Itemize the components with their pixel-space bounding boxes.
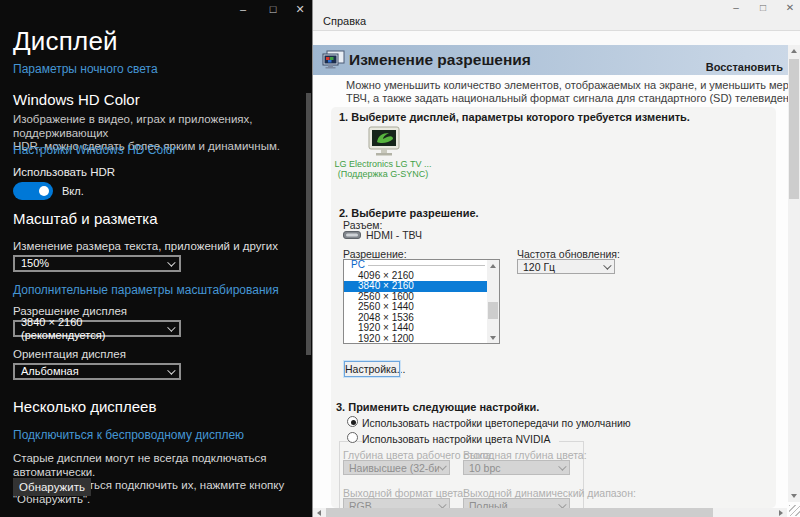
refresh-rate-select[interactable]: 120 Гц bbox=[517, 259, 615, 274]
chevron-down-icon bbox=[439, 462, 447, 470]
settings-window: – □ ✕ Дисплей Параметры ночного света Wi… bbox=[0, 0, 312, 517]
chevron-down-icon bbox=[167, 366, 175, 374]
output-depth-select: 10 bpc bbox=[463, 460, 570, 475]
minimize-icon[interactable]: – bbox=[232, 1, 254, 17]
toolbar-strip bbox=[313, 31, 800, 45]
step3-heading: 3. Применить следующие настройки. bbox=[336, 401, 539, 413]
scroll-left-icon[interactable] bbox=[313, 508, 325, 517]
minimize-icon[interactable]: – bbox=[726, 0, 746, 15]
step1-heading: 1. Выберите дисплей, параметры которого … bbox=[339, 111, 690, 123]
restore-button[interactable]: Восстановить bbox=[706, 61, 783, 73]
output-depth-value: 10 bpc bbox=[469, 462, 501, 474]
display-resolution-value: 3840 × 2160 (рекомендуется) bbox=[21, 316, 167, 342]
hd-color-desc-line1: Изображение в видео, играх и приложениях… bbox=[13, 113, 312, 140]
wireless-display-link[interactable]: Подключиться к беспроводному дисплею bbox=[13, 428, 244, 442]
page-header-band: Изменение разрешения Восстановить bbox=[313, 45, 789, 75]
hd-color-settings-link[interactable]: Настройки Windows HD Color bbox=[13, 143, 177, 157]
radio-default-color-label: Использовать настройки цветопередачи по … bbox=[362, 417, 631, 429]
menu-help[interactable]: Справка bbox=[319, 13, 370, 29]
chevron-down-icon bbox=[603, 261, 611, 269]
orientation-label: Ориентация дисплея bbox=[13, 348, 126, 360]
scaling-select[interactable]: 150% bbox=[13, 255, 181, 272]
hdr-toggle-state: Вкл. bbox=[62, 185, 84, 197]
resolution-option[interactable]: 2560 × 1440 bbox=[344, 302, 487, 313]
display-resolution-select[interactable]: 3840 × 2160 (рекомендуется) bbox=[13, 320, 181, 337]
desktop-depth-select: Наивысшее (32-битное) bbox=[343, 460, 450, 475]
resolution-group-label: PC bbox=[351, 259, 365, 270]
chevron-down-icon bbox=[558, 462, 566, 470]
scroll-down-icon[interactable] bbox=[487, 332, 499, 343]
page-description-line2: ТВЧ, а также задать национальный формат … bbox=[346, 92, 789, 105]
scroll-up-icon[interactable] bbox=[487, 260, 499, 271]
hdr-toggle[interactable] bbox=[13, 182, 53, 200]
connector-value: HDMI - ТВЧ bbox=[366, 229, 422, 241]
page-title: Изменение разрешения bbox=[349, 51, 531, 69]
desktop-depth-value: Наивысшее (32-битное) bbox=[349, 462, 439, 474]
resolution-listbox[interactable]: PC 4096 × 2160 3840 × 2160 2560 × 1600 2… bbox=[343, 259, 500, 344]
resize-grip[interactable] bbox=[789, 505, 800, 516]
nvidia-page: Изменение разрешения Восстановить Можно … bbox=[313, 45, 800, 517]
chevron-down-icon bbox=[167, 323, 175, 331]
resolution-option-selected[interactable]: 3840 × 2160 bbox=[344, 281, 487, 292]
multiple-displays-heading: Несколько дисплеев bbox=[13, 398, 156, 415]
scroll-up-icon[interactable] bbox=[788, 45, 800, 57]
list-scrollbar-thumb[interactable] bbox=[488, 302, 498, 319]
close-icon[interactable]: ✕ bbox=[289, 1, 311, 17]
hd-color-heading: Windows HD Color bbox=[13, 91, 140, 108]
chevron-down-icon bbox=[167, 258, 175, 266]
orientation-select[interactable]: Альбомная bbox=[13, 363, 181, 380]
hdmi-connector-icon bbox=[343, 231, 361, 239]
group-rule bbox=[368, 265, 485, 266]
resolution-option[interactable]: 1920 × 1440 bbox=[344, 323, 487, 334]
settings-scrollbar-thumb[interactable] bbox=[306, 93, 311, 355]
window-hscrollbar-thumb[interactable] bbox=[326, 508, 713, 517]
use-hdr-label: Использовать HDR bbox=[13, 166, 115, 178]
scroll-right-icon[interactable] bbox=[775, 508, 787, 517]
orientation-value: Альбомная bbox=[21, 365, 79, 378]
step2-heading: 2. Выберите разрешение. bbox=[339, 207, 479, 219]
toggle-knob bbox=[39, 186, 49, 196]
nvidia-control-panel-window: – □ ✕ Справка Изменение разрешения В bbox=[312, 0, 800, 517]
night-light-link[interactable]: Параметры ночного света bbox=[13, 62, 158, 76]
radio-nvidia-color[interactable] bbox=[347, 432, 358, 443]
close-icon[interactable]: ✕ bbox=[780, 0, 800, 15]
display-tile[interactable] bbox=[365, 126, 403, 158]
scaling-select-value: 150% bbox=[21, 257, 49, 270]
radio-default-color[interactable] bbox=[347, 416, 358, 427]
resolution-group-header: PC bbox=[344, 260, 487, 271]
display-name-line2: (Поддержка G-SYNC) bbox=[333, 169, 433, 179]
advanced-scaling-link[interactable]: Дополнительные параметры масштабирования bbox=[13, 283, 279, 297]
monitor-icon bbox=[365, 126, 403, 158]
display-name-line1: LG Electronics LG TV ... bbox=[333, 159, 433, 169]
scroll-down-icon[interactable] bbox=[788, 490, 800, 502]
page-title: Дисплей bbox=[13, 26, 118, 57]
display-name[interactable]: LG Electronics LG TV ... (Поддержка G-SY… bbox=[333, 159, 433, 179]
refresh-rate-value: 120 Гц bbox=[523, 261, 555, 273]
screen: – □ ✕ Дисплей Параметры ночного света Wi… bbox=[0, 0, 800, 517]
radio-nvidia-color-label: Использовать настройки цвета NVIDIA bbox=[362, 433, 559, 445]
scale-heading: Масштаб и разметка bbox=[13, 210, 158, 227]
detect-button[interactable]: Обнаружить bbox=[13, 478, 91, 496]
window-vertical-scrollbar[interactable] bbox=[788, 45, 800, 502]
window-horizontal-scrollbar[interactable] bbox=[313, 508, 787, 517]
page-description-line1: Можно уменьшить количество элементов, от… bbox=[346, 79, 789, 92]
change-resolution-icon bbox=[322, 50, 345, 70]
page-description: Можно уменьшить количество элементов, от… bbox=[346, 79, 789, 107]
list-scrollbar[interactable] bbox=[487, 260, 499, 343]
detect-note-line1: Старые дисплеи могут не всегда подключат… bbox=[13, 452, 312, 479]
window-vscrollbar-thumb[interactable] bbox=[789, 59, 799, 199]
maximize-icon[interactable]: □ bbox=[262, 1, 284, 17]
maximize-icon[interactable]: □ bbox=[753, 0, 773, 15]
customize-button[interactable]: Настройка... bbox=[344, 361, 400, 377]
